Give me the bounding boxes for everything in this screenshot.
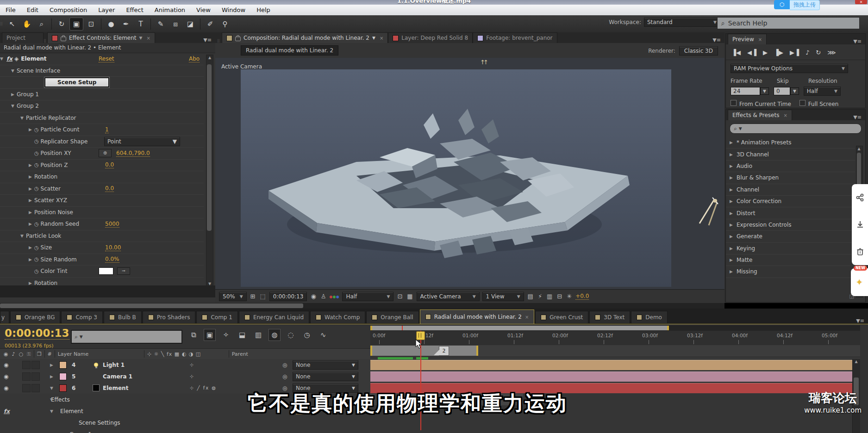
disclosure-triangle-icon[interactable]: ▶	[730, 258, 733, 262]
drag-upload-overlay[interactable]: ⬡ 拖拽上传	[774, 0, 820, 9]
disclosure-triangle-icon[interactable]: ▶	[730, 269, 733, 274]
layer-switches[interactable]: ⊹	[190, 374, 194, 379]
timeline-tab[interactable]: Comp 3	[61, 311, 102, 324]
panel-menu-icon[interactable]: ▼≡	[849, 114, 865, 120]
brush-tool[interactable]: ✎	[154, 18, 168, 31]
effects-category-row[interactable]: ▶* Animation Presets	[726, 137, 855, 148]
parameter-value[interactable]: 604.0,790.0	[116, 150, 150, 157]
effect-parameter-row[interactable]: ▶◷Size Random0.0%	[0, 254, 204, 266]
ram-preview-options-dropdown[interactable]: RAM Preview Options▼	[731, 64, 848, 73]
disclosure-triangle-icon[interactable]: ▶	[29, 186, 34, 191]
search-help-input[interactable]: ⌕ Search Help	[717, 17, 860, 29]
chevron-down-icon[interactable]: ▼	[139, 36, 143, 40]
parameter-value[interactable]: 5000	[105, 221, 119, 228]
layer-sub-row[interactable]: Scene Settings	[0, 417, 370, 429]
pixel-aspect-icon[interactable]: ▤	[527, 293, 534, 300]
disclosure-triangle-icon[interactable]: ▼	[0, 56, 6, 61]
effect-parameter-row[interactable]: ▼Particle Replicator	[0, 112, 204, 124]
tab-effect-controls[interactable]: Effect Controls: Element ▼ ×	[47, 32, 155, 43]
parameter-value[interactable]: 10.00	[105, 244, 121, 251]
parameter-dropdown[interactable]: Point▼	[104, 137, 180, 146]
menu-layer[interactable]: Layer	[93, 5, 120, 15]
switch-box[interactable]	[31, 361, 40, 369]
scroll-up-icon[interactable]: ▲	[853, 359, 860, 364]
effect-parameter-row[interactable]: ◷Color Tint⊸	[0, 266, 204, 278]
switch-box[interactable]	[22, 372, 31, 381]
current-time-display[interactable]: 0:00:00:13	[5, 327, 69, 340]
effect-parameter-row[interactable]: ◷Replicator ShapePoint▼	[0, 136, 204, 148]
stopwatch-icon[interactable]: ◷	[34, 256, 39, 262]
stopwatch-icon[interactable]: ◷	[301, 329, 313, 341]
time-navigator[interactable]	[370, 325, 860, 331]
timeline-tab[interactable]: Watch Comp	[310, 311, 365, 324]
effects-category-row[interactable]: ▶Generate	[726, 231, 855, 242]
label-swatch[interactable]	[477, 35, 483, 41]
play-button[interactable]: ▶	[763, 49, 768, 56]
menu-composition[interactable]: Composition	[44, 5, 93, 15]
timeline-tab[interactable]: Orange BG	[10, 311, 60, 324]
parameter-value[interactable]: 0.0	[105, 185, 114, 192]
chevron-down-icon[interactable]: ▼	[372, 36, 375, 40]
timeline-tab[interactable]: Comp 1	[196, 311, 237, 324]
lock-icon[interactable]	[235, 37, 241, 41]
eye-icon[interactable]: ◉	[4, 351, 8, 357]
mask-visibility-icon[interactable]: ⬚	[259, 293, 267, 300]
switch-box[interactable]	[31, 384, 40, 392]
effect-parameter-row[interactable]: ▶◷Particle Count1	[0, 124, 204, 136]
from-current-time-checkbox[interactable]: From Current Time	[731, 100, 791, 107]
next-frame-button[interactable]: ▐▶	[774, 49, 783, 56]
eraser-tool[interactable]: ◪	[183, 18, 197, 31]
timeline-search-input[interactable]: ⌕▼	[71, 330, 182, 344]
effects-category-row[interactable]: ▶Color Correction	[726, 196, 855, 207]
view-layout-dropdown[interactable]: 1 View▼	[482, 292, 524, 301]
panel-menu-icon[interactable]: ▼≡	[849, 38, 865, 44]
selection-tool[interactable]: ↖	[5, 18, 19, 31]
eye-icon[interactable]: ◉	[4, 385, 8, 391]
renderer-button[interactable]: Classic 3D	[679, 46, 718, 56]
effect-controls-scrollbar[interactable]: ▲ ▼	[206, 55, 213, 287]
timeline-tab[interactable]: y	[0, 311, 9, 324]
disclosure-triangle-icon[interactable]: ▶	[29, 222, 34, 226]
label-swatch[interactable]	[226, 35, 232, 41]
fast-previews-icon[interactable]: ⚡	[537, 293, 543, 300]
layer-row[interactable]: ◉▶5Camera 1⊹◎None▼	[0, 371, 370, 383]
hide-shy-layers-icon[interactable]: ✧	[220, 329, 232, 341]
layer-sub-row[interactable]: ▶Group 1	[0, 428, 370, 433]
disclosure-triangle-icon[interactable]: ▼	[50, 397, 53, 402]
share-icon[interactable]	[856, 193, 864, 202]
motion-blur-icon[interactable]: ▥	[252, 329, 264, 341]
effects-search-input[interactable]: ⌕▼	[730, 124, 862, 134]
disclosure-triangle-icon[interactable]: ▼	[11, 68, 17, 73]
time-ruler[interactable]: 0:00f00:12f01:00f01:12f02:00f02:12f03:00…	[370, 331, 860, 346]
work-area-bar[interactable]	[370, 346, 478, 356]
disclosure-triangle-icon[interactable]: ▶	[730, 211, 733, 216]
disclosure-triangle-icon[interactable]: ▶	[29, 174, 34, 179]
scrollbar-thumb[interactable]	[207, 64, 212, 231]
disclosure-triangle-icon[interactable]: ▶	[730, 187, 733, 192]
parent-dropdown[interactable]: None▼	[293, 372, 358, 381]
disclosure-triangle-icon[interactable]: ▼	[20, 234, 26, 238]
stopwatch-icon[interactable]: ◷	[34, 127, 39, 133]
tab-project[interactable]: Project	[2, 32, 44, 43]
stopwatch-icon[interactable]: ◷	[34, 268, 39, 274]
stopwatch-icon[interactable]: ◷	[34, 138, 39, 144]
disclosure-triangle-icon[interactable]: ▶	[29, 210, 34, 215]
star-icon[interactable]: ✦	[856, 277, 863, 288]
previous-frame-button[interactable]: ◀▐	[747, 49, 756, 56]
label-swatch[interactable]	[393, 35, 399, 41]
timeline-tab[interactable]: Energy Can Liquid	[239, 311, 309, 324]
puppet-pin-tool[interactable]: ⚲	[218, 18, 232, 31]
draft-3d-icon[interactable]: ▣	[204, 329, 216, 341]
composition-mini-flowchart-icon[interactable]: ⧉	[187, 329, 200, 341]
frame-rate-combo[interactable]: 24▼	[731, 87, 769, 95]
disclosure-triangle-icon[interactable]: ▶	[730, 140, 733, 145]
effect-parameter-row[interactable]: ▶Group 1	[0, 89, 204, 101]
show-channel-icon[interactable]	[330, 293, 339, 300]
parent-column[interactable]: Parent	[232, 351, 248, 357]
switch-box[interactable]	[22, 361, 31, 369]
effects-category-row[interactable]: ▶3D Channel	[726, 148, 855, 160]
audio-icon[interactable]: ♪	[12, 351, 15, 357]
label-swatch[interactable]	[59, 361, 67, 369]
eyedropper-icon[interactable]: ⊸	[117, 267, 130, 275]
label-column-icon[interactable]: ❐	[37, 351, 42, 357]
